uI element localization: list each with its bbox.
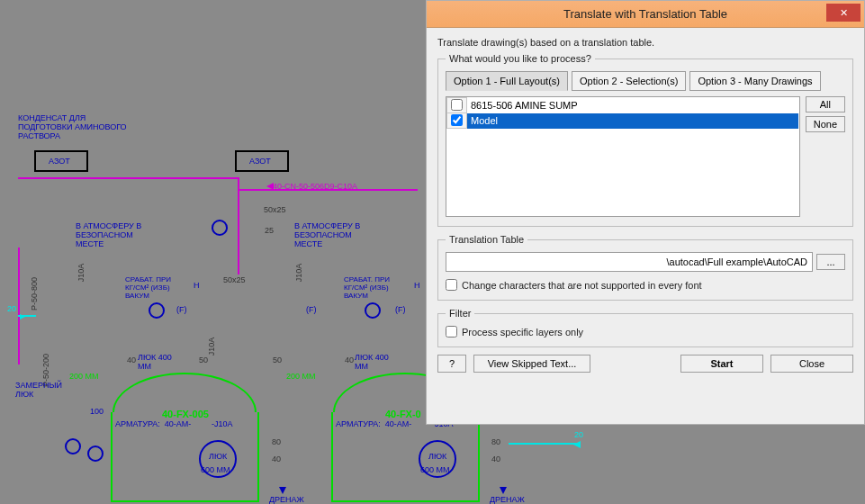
- cad-instrument-4: [65, 438, 81, 454]
- cad-25: 25: [265, 226, 274, 235]
- cad-j10a-2: J10A: [294, 264, 303, 283]
- cad-20-r: 20: [574, 430, 583, 439]
- all-button[interactable]: All: [806, 96, 845, 112]
- cad-j10a-3: J10A: [207, 338, 216, 356]
- cad-instrument-2: [365, 302, 381, 319]
- path-input[interactable]: [446, 252, 813, 272]
- translate-dialog: Translate with Translation Table ✕ Trans…: [426, 0, 865, 425]
- process-fieldset: What would you like to process? Option 1…: [437, 53, 853, 227]
- process-legend: What would you like to process?: [446, 53, 595, 64]
- cad-lyuk400-2: ЛЮК 400 ММ: [355, 353, 389, 371]
- cad-line: [238, 177, 239, 274]
- list-check-header[interactable]: [447, 98, 467, 113]
- cad-200mm-2: 200 ММ: [286, 372, 316, 381]
- cad-instrument-3: [212, 220, 228, 236]
- cad-f-1: (F): [176, 305, 187, 314]
- start-button[interactable]: Start: [680, 355, 763, 373]
- cad-50-b: 50: [273, 356, 282, 364]
- translation-table-legend: Translation Table: [446, 234, 527, 245]
- cad-armatura-2: АРМАТУРА: 40-АМ-: [336, 419, 411, 428]
- cad-fxline-2: 40-FX-0: [385, 409, 421, 419]
- layout-list[interactable]: 8615-506 AMINE SUMP Model: [446, 96, 800, 217]
- cad-drenazh-2: ДРЕНАЖ: [490, 495, 525, 504]
- item-checkbox[interactable]: [451, 114, 463, 126]
- cad-600mm-2: 600 ММ: [420, 465, 450, 474]
- cad-zamerny: ЗАМЕРНЫЙ ЛЮК: [15, 381, 62, 399]
- arrow-icon: [279, 487, 286, 494]
- help-button[interactable]: ?: [437, 355, 466, 373]
- cad-line: [18, 248, 20, 364]
- titlebar[interactable]: Translate with Translation Table ✕: [427, 1, 864, 28]
- change-chars-label[interactable]: Change characters that are not supported…: [446, 279, 845, 291]
- cad-azot-label-2: АЗОТ: [249, 157, 271, 166]
- close-dialog-button[interactable]: Close: [770, 355, 853, 373]
- cad-line: [18, 177, 239, 179]
- cad-line: [238, 189, 418, 191]
- cad-atmos-1: В АТМОСФЕРУ В БЕЗОПАСНОМ МЕСТЕ: [76, 221, 141, 248]
- cad-600mm-1: 600 ММ: [201, 465, 230, 474]
- cad-line: [509, 443, 581, 445]
- cad-40-d: 40: [491, 454, 500, 464]
- close-button[interactable]: ✕: [826, 4, 860, 22]
- cad-40-a: 40: [127, 356, 136, 364]
- cad-armatura-1: АРМАТУРА: 40-АМ-: [115, 419, 191, 428]
- cad-r50-800: Р-50-800: [30, 277, 39, 310]
- layers-label[interactable]: Process specific layers only: [446, 326, 845, 338]
- cad-40-b: 40: [345, 356, 354, 364]
- tab-option-3[interactable]: Option 3 - Many Drawings: [689, 71, 820, 91]
- change-chars-checkbox[interactable]: [446, 279, 457, 291]
- cad-80-a: 80: [272, 437, 281, 446]
- cad-instrument-5: [87, 446, 104, 462]
- translation-table-fieldset: Translation Table ... Change characters …: [437, 234, 853, 301]
- header-checkbox[interactable]: [451, 99, 463, 111]
- none-button[interactable]: None: [806, 116, 845, 132]
- cad-200mm-1: 200 ММ: [69, 372, 99, 381]
- cad-f-2: (F): [306, 305, 317, 314]
- dialog-note: Translate drawing(s) based on a translat…: [437, 37, 853, 48]
- cad-armatura-tail-1: -J10A: [212, 419, 233, 428]
- cad-f-3: (F): [395, 305, 406, 314]
- cad-j10a-1: J10A: [77, 264, 86, 283]
- cad-atmos-2: В АТМОСФЕРУ В БЕЗОПАСНОМ МЕСТЕ: [294, 221, 360, 248]
- layers-text: Process specific layers only: [462, 327, 583, 338]
- filter-fieldset: Filter Process specific layers only: [437, 308, 853, 347]
- cad-instrument-1: [149, 302, 165, 319]
- cad-lyuk-2: ЛЮК: [428, 452, 446, 461]
- cad-line: [18, 315, 36, 317]
- cad-srabat-1: СРАБАТ. ПРИ КГ/СМ² (ИЗБ) ВАКУМ: [125, 275, 171, 300]
- cad-lyuk400-1: ЛЮК 400 ММ: [138, 353, 172, 371]
- cad-fxline-1: 40-FX-005: [162, 409, 209, 419]
- list-item-label[interactable]: 8615-506 AMINE SUMP: [467, 98, 799, 113]
- cad-azot-box-1: АЗОТ: [34, 150, 88, 172]
- tab-option-2[interactable]: Option 2 - Selection(s): [572, 71, 686, 91]
- cad-tank-arc-1: [113, 373, 257, 412]
- layers-checkbox[interactable]: [446, 326, 457, 338]
- cad-h-2: Н: [414, 281, 420, 290]
- cad-50x25-a: 50x25: [264, 205, 286, 214]
- arrow-icon: [500, 487, 507, 494]
- cad-h-1: Н: [194, 281, 200, 290]
- cad-20-l: 20: [7, 304, 16, 313]
- cad-40-c: 40: [272, 454, 281, 464]
- cad-80-b: 80: [491, 437, 500, 446]
- filter-legend: Filter: [446, 308, 474, 319]
- cad-srabat-2: СРАБАТ. ПРИ КГ/СМ² (ИЗБ) ВАКУМ: [344, 275, 390, 300]
- dialog-title: Translate with Translation Table: [563, 7, 727, 21]
- cad-kondensat-label: КОНДЕНСАТ ДЛЯ ПОДГОТОВКИ АМИНОВОГО РАСТВ…: [18, 113, 127, 140]
- view-skipped-button[interactable]: View Skipped Text...: [473, 355, 590, 373]
- close-icon: ✕: [840, 7, 848, 19]
- cad-azot-box-2: АЗОТ: [235, 150, 289, 172]
- browse-button[interactable]: ...: [816, 254, 845, 270]
- change-chars-text: Change characters that are not supported…: [462, 280, 702, 291]
- list-item-label[interactable]: Model: [467, 113, 799, 129]
- cad-50-a: 50: [199, 356, 208, 364]
- tab-option-1[interactable]: Option 1 - Full Layout(s): [446, 71, 568, 91]
- cad-drenazh-1: ДРЕНАЖ: [269, 495, 304, 504]
- list-check-cell[interactable]: [447, 113, 467, 129]
- cad-100: 100: [90, 407, 104, 416]
- cad-50x25-b: 50x25: [223, 275, 246, 284]
- cad-lyuk-1: ЛЮК: [209, 452, 227, 461]
- cad-azot-label-1: АЗОТ: [49, 157, 70, 166]
